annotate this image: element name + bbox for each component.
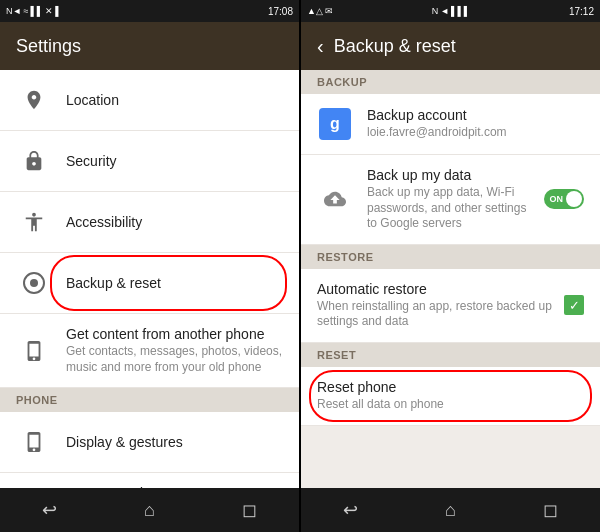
google-g-icon: g bbox=[319, 108, 351, 140]
backup-data-toggle-label: ON bbox=[550, 194, 564, 204]
restore-section-header: RESTORE bbox=[301, 245, 600, 269]
battery-icon: ▌ bbox=[55, 6, 61, 16]
list-item-auto-restore[interactable]: Automatic restore When reinstalling an a… bbox=[301, 269, 600, 343]
app-title-right: Backup & reset bbox=[334, 36, 456, 57]
back-button-left[interactable]: ↩ bbox=[25, 499, 75, 521]
status-icon-r2: ✉ bbox=[325, 6, 333, 16]
nfc-icon-right: N bbox=[432, 6, 439, 16]
boomsound-text: BoomSound BoomSound can't be turned off … bbox=[66, 485, 235, 488]
get-content-icon bbox=[16, 333, 52, 369]
mute-icon-right: ◄ bbox=[440, 6, 449, 16]
display-title: Display & gestures bbox=[66, 434, 283, 450]
backup-account-title: Backup account bbox=[367, 107, 584, 123]
nav-bar-right: ↩ ⌂ ◻ bbox=[301, 488, 600, 532]
back-arrow-right[interactable]: ‹ bbox=[317, 35, 324, 58]
list-item-backup-reset[interactable]: Backup & reset bbox=[0, 253, 299, 314]
display-text: Display & gestures bbox=[66, 434, 283, 450]
auto-restore-text: Automatic restore When reinstalling an a… bbox=[317, 281, 556, 330]
backup-reset-title: Backup & reset bbox=[66, 275, 283, 291]
security-title: Security bbox=[66, 153, 283, 169]
list-item-reset-phone[interactable]: Reset phone Reset all data on phone bbox=[301, 367, 600, 426]
status-bar-left: N◄ ≈ ▌▌ ✕ ▌ 17:08 bbox=[0, 0, 299, 22]
display-icon bbox=[16, 424, 52, 460]
backup-data-toggle[interactable]: ON bbox=[544, 189, 584, 209]
reset-section-header: RESET bbox=[301, 343, 600, 367]
security-icon bbox=[16, 143, 52, 179]
reset-phone-title: Reset phone bbox=[317, 379, 584, 395]
svg-point-1 bbox=[30, 279, 38, 287]
status-icons-left: N◄ ≈ ▌▌ ✕ ▌ bbox=[6, 6, 62, 16]
backup-data-icon bbox=[317, 181, 353, 217]
content-left: Location Security Accessibility bbox=[0, 70, 299, 488]
auto-restore-title: Automatic restore bbox=[317, 281, 556, 297]
get-content-subtitle: Get contacts, messages, photos, videos, … bbox=[66, 344, 283, 375]
backup-data-text: Back up my data Back up my app data, Wi-… bbox=[367, 167, 536, 232]
back-button-right[interactable]: ↩ bbox=[326, 499, 376, 521]
signal-icon: ▌▌ bbox=[30, 6, 43, 16]
wifi-icon: ≈ bbox=[23, 6, 28, 16]
status-icon-r1: ▲△ bbox=[307, 6, 323, 16]
location-text: Location bbox=[66, 92, 283, 108]
app-title-left: Settings bbox=[16, 36, 81, 57]
list-item-get-content[interactable]: Get content from another phone Get conta… bbox=[0, 314, 299, 388]
list-item-backup-account[interactable]: g Backup account loie.favre@androidpit.c… bbox=[301, 94, 600, 155]
recent-button-right[interactable]: ◻ bbox=[525, 499, 575, 521]
backup-account-email: loie.favre@androidpit.com bbox=[367, 125, 584, 141]
recent-button-left[interactable]: ◻ bbox=[224, 499, 274, 521]
backup-data-knob bbox=[566, 191, 582, 207]
location-icon bbox=[16, 82, 52, 118]
list-item-boomsound[interactable]: BoomSound BoomSound can't be turned off … bbox=[0, 473, 299, 488]
reset-phone-text: Reset phone Reset all data on phone bbox=[317, 379, 584, 413]
content-right: BACKUP g Backup account loie.favre@andro… bbox=[301, 70, 600, 488]
backup-reset-text: Backup & reset bbox=[66, 275, 283, 291]
get-content-text: Get content from another phone Get conta… bbox=[66, 326, 283, 375]
list-item-accessibility[interactable]: Accessibility bbox=[0, 192, 299, 253]
backup-section-header: BACKUP bbox=[301, 70, 600, 94]
backup-reset-icon bbox=[16, 265, 52, 301]
security-text: Security bbox=[66, 153, 283, 169]
phone-section-header: PHONE bbox=[0, 388, 299, 412]
backup-account-icon: g bbox=[317, 106, 353, 142]
get-content-title: Get content from another phone bbox=[66, 326, 283, 342]
mute-icon: ✕ bbox=[45, 6, 53, 16]
boomsound-title: BoomSound bbox=[66, 485, 235, 488]
reset-phone-subtitle: Reset all data on phone bbox=[317, 397, 584, 413]
backup-data-subtitle: Back up my app data, Wi-Fi passwords, an… bbox=[367, 185, 536, 232]
list-item-security[interactable]: Security bbox=[0, 131, 299, 192]
accessibility-text: Accessibility bbox=[66, 214, 283, 230]
list-item-backup-data[interactable]: Back up my data Back up my app data, Wi-… bbox=[301, 155, 600, 245]
home-button-right[interactable]: ⌂ bbox=[425, 500, 475, 521]
network-icon: N◄ bbox=[6, 6, 21, 16]
accessibility-icon bbox=[16, 204, 52, 240]
nav-bar-left: ↩ ⌂ ◻ bbox=[0, 488, 299, 532]
auto-restore-checkbox[interactable]: ✓ bbox=[564, 295, 584, 315]
auto-restore-subtitle: When reinstalling an app, restore backed… bbox=[317, 299, 556, 330]
right-phone: ▲△ ✉ N ◄ ▌▌▌ 17:12 ‹ Backup & reset BACK… bbox=[301, 0, 600, 532]
status-bar-right: ▲△ ✉ N ◄ ▌▌▌ 17:12 bbox=[301, 0, 600, 22]
backup-account-text: Backup account loie.favre@androidpit.com bbox=[367, 107, 584, 141]
app-bar-left: Settings bbox=[0, 22, 299, 70]
status-icons-right2: N ◄ ▌▌▌ bbox=[432, 6, 471, 16]
location-title: Location bbox=[66, 92, 283, 108]
signal-right: ▌▌▌ bbox=[451, 6, 470, 16]
left-phone: N◄ ≈ ▌▌ ✕ ▌ 17:08 Settings Location bbox=[0, 0, 299, 532]
app-bar-right: ‹ Backup & reset bbox=[301, 22, 600, 70]
list-item-location[interactable]: Location bbox=[0, 70, 299, 131]
list-item-display[interactable]: Display & gestures bbox=[0, 412, 299, 473]
home-button-left[interactable]: ⌂ bbox=[124, 500, 174, 521]
accessibility-title: Accessibility bbox=[66, 214, 283, 230]
time-left: 17:08 bbox=[268, 6, 293, 17]
status-icons-right: ▲△ ✉ bbox=[307, 6, 333, 16]
backup-data-title: Back up my data bbox=[367, 167, 536, 183]
time-right: 17:12 bbox=[569, 6, 594, 17]
